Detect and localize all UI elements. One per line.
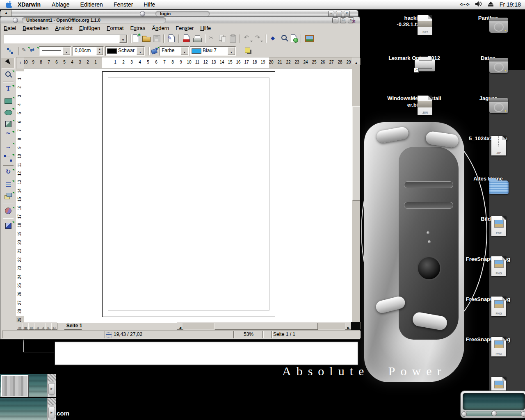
view-mode-button-1[interactable] — [17, 323, 23, 330]
navigator-button[interactable]: ◆ — [269, 34, 278, 43]
window-gem-button[interactable] — [140, 11, 145, 16]
horizontal-scrollbar-thumb[interactable] — [215, 323, 318, 330]
3d-controller-tool[interactable] — [2, 220, 15, 231]
nav-first-page-button[interactable]: |◀ — [34, 323, 40, 330]
gallery-button[interactable] — [304, 34, 314, 43]
edit-points-icon[interactable] — [5, 46, 15, 55]
zoom-button[interactable] — [279, 34, 288, 43]
pen-style-icon[interactable]: ✎ — [20, 46, 30, 55]
save-button[interactable] — [152, 34, 161, 43]
effects-tool[interactable] — [2, 205, 15, 216]
view-mode-button-3[interactable] — [28, 323, 34, 330]
window-gem-button[interactable] — [13, 18, 18, 23]
fill-bucket-icon[interactable] — [150, 46, 159, 55]
hyperlink-button[interactable] — [289, 34, 299, 43]
maximize-button[interactable] — [336, 11, 342, 17]
teal-widget-right-button[interactable] — [521, 411, 525, 417]
print-button[interactable] — [192, 34, 202, 43]
desktop-icon-freesnap002-png[interactable]: PNGFreeSnap002.png — [453, 296, 523, 303]
menu-datei[interactable]: Datei — [0, 24, 19, 32]
select-tool[interactable] — [2, 58, 15, 68]
menu-bar-clock[interactable]: Fr 19:18 — [500, 1, 521, 8]
ruler-origin-button[interactable]: + — [16, 58, 25, 69]
desktop-icon-altes-home[interactable]: Altes Home — [453, 176, 523, 182]
minimize-button[interactable] — [332, 17, 338, 23]
close-document-icon[interactable]: × — [352, 18, 356, 24]
menu-bearbeiten[interactable]: Bearbeiten — [19, 24, 52, 32]
chevron-down-icon[interactable] — [119, 35, 127, 43]
arrow-ends-icon[interactable]: ⇄ — [29, 46, 39, 55]
status-zoom-level[interactable]: 53% — [233, 331, 264, 338]
teal-widget-slider-track[interactable] — [466, 411, 522, 416]
rectangle-tool[interactable] — [2, 96, 15, 106]
nav-next-page-button[interactable]: ▶ — [46, 323, 52, 330]
rotate-tool[interactable]: ↻ — [2, 168, 15, 178]
desktop-icon-lexmark-optra-e312[interactable]: ↗Lexmark Optra E312 — [379, 55, 449, 62]
new-document-button[interactable]: ✱ — [131, 34, 141, 43]
text-tool[interactable]: T — [2, 84, 15, 95]
macmenu-hilfe[interactable]: Hilfe — [138, 1, 160, 8]
url-combobox[interactable] — [4, 34, 128, 43]
desktop-icon-hacking[interactable]: .BZ2hacking-0.28.1.tar.bz2 — [379, 15, 449, 28]
chevron-down-icon[interactable] — [228, 47, 235, 55]
close-button[interactable] — [344, 11, 350, 17]
vertical-scrollbar-thumb[interactable] — [352, 106, 360, 201]
volume-icon[interactable] — [475, 1, 482, 8]
teal-media-widget[interactable] — [460, 390, 525, 418]
menu-hilfe[interactable]: Hilfe — [197, 24, 214, 32]
menu-extras[interactable]: Extras — [127, 24, 148, 32]
teal-widget-slider-thumb[interactable] — [491, 411, 497, 416]
spin-down-icon[interactable]: ▼ — [96, 51, 103, 55]
line-width-spinner[interactable]: 0,00cm ▲ ▼ — [73, 46, 104, 56]
macmenu-app-name[interactable]: XDarwin — [16, 1, 46, 8]
desktop-icon-freesnap001-png[interactable]: PNGFreeSnap001.png — [453, 256, 523, 262]
macmenu-fenster[interactable]: Fenster — [108, 1, 138, 8]
apple-menu-icon[interactable] — [6, 1, 12, 8]
horizontal-ruler[interactable]: 1098765432112345678910111213141516171819… — [24, 57, 352, 68]
chevron-down-icon[interactable] — [181, 47, 188, 55]
line-color-select[interactable]: Schwar — [105, 46, 145, 56]
connector-tool[interactable] — [2, 153, 15, 164]
line-style-select[interactable] — [39, 46, 71, 56]
chevron-down-icon[interactable] — [63, 47, 70, 55]
macmenu-ablage[interactable]: Ablage — [46, 1, 75, 8]
window-resize-corner[interactable] — [351, 322, 360, 330]
status-page-indicator[interactable]: Seite 1 / 1 — [271, 331, 361, 338]
vertical-ruler[interactable]: 1234567891011121314151617181920212223242… — [16, 68, 24, 322]
cut-button[interactable]: ✂ — [208, 34, 217, 43]
maximize-button[interactable] — [340, 17, 346, 23]
macmenu-editieren[interactable]: Editieren — [75, 1, 108, 8]
3d-objects-tool[interactable] — [2, 119, 15, 129]
openoffice-titlebar[interactable]: Unbenannt1 - OpenOffice.org 1.1.0 — [0, 16, 360, 24]
nav-last-page-button[interactable]: ▶| — [51, 323, 57, 330]
fill-type-value[interactable]: Farbe — [162, 47, 181, 55]
desktop-icon-windowsmediainstall[interactable]: .BINWindowsMediaInstaller.bin — [379, 95, 449, 108]
copy-button[interactable] — [218, 34, 227, 43]
menu-ansicht[interactable]: Ansicht — [52, 24, 76, 32]
undo-button[interactable]: ↶ — [243, 34, 253, 43]
lines-arrows-tool[interactable]: → — [2, 142, 15, 152]
teal-widget-left-button[interactable] — [461, 411, 467, 417]
desktop-icon-freesnap003-png[interactable]: PNGFreeSnap003.png — [453, 336, 523, 343]
desktop-icon-bild-1[interactable]: PDFBild 1 — [453, 216, 523, 222]
view-mode-button-2[interactable] — [23, 323, 29, 330]
menu-fenster[interactable]: Fenster — [172, 24, 197, 32]
desktop-icon-panther[interactable]: Panther — [453, 15, 523, 21]
redo-button[interactable]: ↷ — [253, 34, 263, 43]
keyboard-layout-icon[interactable]: <⋯> — [460, 2, 469, 7]
export-pdf-button[interactable] — [182, 34, 192, 43]
desktop-icon-5-1024x768-zip[interactable]: ZIP5_1024x768.zip — [453, 135, 523, 142]
drawing-canvas[interactable] — [24, 68, 352, 322]
fill-color-select[interactable]: Blau 7 — [190, 46, 236, 56]
nav-prev-page-button[interactable]: ◀ — [40, 323, 46, 330]
menu-einfügen[interactable]: Einfügen — [76, 24, 103, 32]
chevron-down-icon[interactable] — [137, 47, 144, 55]
status-position[interactable]: 19,43 / 27,02 — [105, 331, 235, 338]
desktop-icon-daten[interactable]: Daten — [453, 55, 523, 62]
line-width-value[interactable]: 0,00cm — [75, 47, 96, 55]
menu-ändern[interactable]: Ändern — [148, 24, 172, 32]
alignment-tool[interactable] — [2, 179, 15, 190]
shadow-icon[interactable] — [243, 46, 253, 55]
ellipse-tool[interactable] — [2, 107, 15, 118]
minimize-button[interactable] — [328, 11, 334, 17]
